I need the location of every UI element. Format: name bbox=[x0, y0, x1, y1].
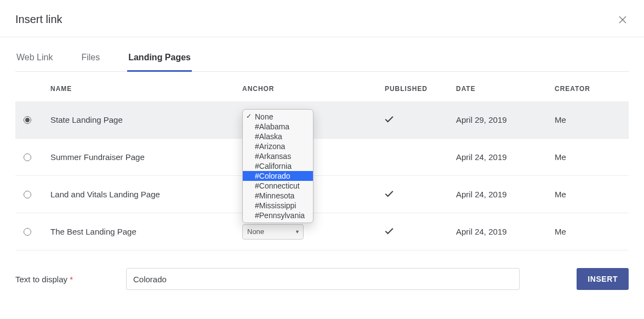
check-icon bbox=[385, 190, 394, 197]
anchor-select[interactable]: None ▼ bbox=[242, 224, 304, 240]
row-creator: Me bbox=[555, 115, 631, 124]
row-name: The Best Landing Page bbox=[50, 227, 242, 236]
row-name: State Landing Page bbox=[50, 115, 242, 124]
col-published: PUBLISHED bbox=[385, 85, 456, 93]
table-row[interactable]: The Best Landing Page None ▼ April 24, 2… bbox=[15, 213, 629, 250]
anchor-option[interactable]: #Colorado bbox=[243, 171, 313, 181]
row-radio[interactable] bbox=[24, 228, 31, 236]
row-date: April 24, 2019 bbox=[456, 152, 555, 162]
row-radio[interactable] bbox=[24, 116, 31, 124]
text-to-display-input[interactable] bbox=[126, 268, 520, 290]
tab-web-link[interactable]: Web Link bbox=[15, 53, 54, 72]
table-row[interactable]: Summer Fundraiser Page April 24, 2019 Me bbox=[15, 139, 629, 176]
landing-pages-table: NAME ANCHOR PUBLISHED DATE CREATOR State… bbox=[15, 72, 629, 250]
required-mark: * bbox=[70, 275, 73, 284]
dialog-header: Insert link bbox=[0, 0, 644, 37]
row-radio[interactable] bbox=[24, 191, 31, 198]
anchor-option[interactable]: #Mississippi bbox=[243, 201, 313, 210]
dialog-title: Insert link bbox=[15, 13, 62, 26]
col-creator: CREATOR bbox=[555, 85, 631, 93]
chevron-down-icon: ▼ bbox=[295, 229, 300, 235]
anchor-option[interactable]: #Pennsylvania bbox=[243, 210, 313, 220]
anchor-option[interactable]: #California bbox=[243, 161, 313, 171]
col-anchor: ANCHOR bbox=[242, 85, 385, 93]
row-date: April 29, 2019 bbox=[456, 115, 555, 124]
col-name: NAME bbox=[50, 85, 242, 93]
anchor-option[interactable]: #Arkansas bbox=[243, 151, 313, 161]
anchor-dropdown[interactable]: None#Alabama#Alaska#Arizona#Arkansas#Cal… bbox=[242, 109, 314, 223]
close-button[interactable] bbox=[618, 15, 628, 25]
row-creator: Me bbox=[555, 152, 631, 162]
table-row[interactable]: State Landing Page None ▼ None#Alabama#A… bbox=[15, 101, 629, 139]
tab-landing-pages[interactable]: Landing Pages bbox=[127, 53, 192, 72]
anchor-option[interactable]: #Alabama bbox=[243, 122, 313, 132]
footer: Text to display * INSERT bbox=[15, 268, 629, 290]
dialog-content: Web Link Files Landing Pages NAME ANCHOR… bbox=[0, 37, 644, 290]
insert-button[interactable]: INSERT bbox=[577, 268, 629, 290]
row-name: Summer Fundraiser Page bbox=[50, 152, 242, 162]
close-icon bbox=[619, 16, 626, 24]
anchor-option[interactable]: #Arizona bbox=[243, 141, 313, 151]
check-icon bbox=[385, 227, 394, 235]
check-icon bbox=[385, 115, 394, 123]
text-to-display-label: Text to display * bbox=[15, 275, 123, 284]
row-date: April 24, 2019 bbox=[456, 190, 555, 199]
tab-bar: Web Link Files Landing Pages bbox=[15, 37, 629, 72]
col-date: DATE bbox=[456, 85, 555, 93]
table-row[interactable]: Land and Vitals Landing Page April 24, 2… bbox=[15, 176, 629, 213]
row-radio[interactable] bbox=[24, 153, 31, 161]
anchor-option[interactable]: None bbox=[243, 112, 313, 122]
row-creator: Me bbox=[555, 227, 631, 236]
row-name: Land and Vitals Landing Page bbox=[50, 190, 242, 199]
table-header: NAME ANCHOR PUBLISHED DATE CREATOR bbox=[15, 72, 629, 101]
anchor-option[interactable]: #Connecticut bbox=[243, 181, 313, 191]
row-creator: Me bbox=[555, 190, 631, 199]
anchor-option[interactable]: #Alaska bbox=[243, 132, 313, 141]
row-date: April 24, 2019 bbox=[456, 227, 555, 236]
anchor-select-value: None bbox=[247, 227, 264, 236]
anchor-option[interactable]: #Minnesota bbox=[243, 191, 313, 201]
tab-files[interactable]: Files bbox=[80, 53, 101, 72]
